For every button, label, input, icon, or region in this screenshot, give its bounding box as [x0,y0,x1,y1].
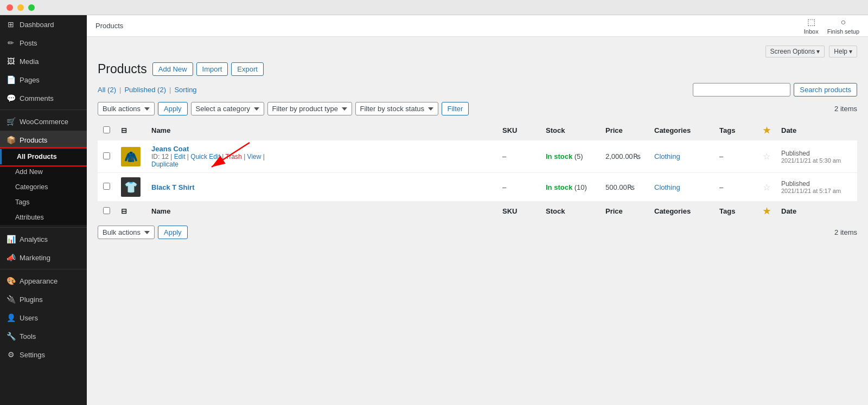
select-all-col [98,121,116,140]
sidebar-item-settings[interactable]: ⚙ Settings [0,345,87,364]
comments-icon: 💬 [7,94,15,102]
featured-star-2[interactable]: ☆ [763,183,770,192]
name-col-header: Name [146,121,497,140]
row-check-2 [98,173,116,202]
sidebar-item-comments[interactable]: 💬 Comments [0,89,87,107]
product-image-2: 👕 [121,177,141,197]
sorting-link[interactable]: Sorting [174,86,196,94]
stock-2: In stock (10) [540,173,600,202]
stock-1: In stock (5) [540,140,600,173]
add-new-button[interactable]: Add New [152,62,193,76]
in-stock-label-2: In stock [546,183,572,191]
tags-1: – [714,140,757,173]
search-products-button[interactable]: Search products [794,83,857,97]
stock-count-2: (10) [575,183,587,191]
category-2: Clothing [649,173,714,202]
table-container: ⊟ Name SKU Stock Price Categories Tags ★ [98,121,857,221]
appearance-icon: 🎨 [7,277,15,285]
minimize-button[interactable] [17,4,24,11]
close-button[interactable] [7,4,13,11]
sidebar-item-marketing[interactable]: 📣 Marketing [0,248,87,267]
settings-icon: ⚙ [7,350,15,359]
select-all-checkbox[interactable] [103,126,110,133]
sidebar-item-analytics[interactable]: 📊 Analytics [0,230,87,248]
stock-status-select[interactable]: Filter by stock status [355,102,438,115]
sidebar-item-appearance[interactable]: 🎨 Appearance [0,272,87,290]
screen-options-button[interactable]: Screen Options ▾ [765,46,825,57]
tags-col-header: Tags [714,121,757,140]
help-button[interactable]: Help ▾ [829,46,857,57]
sidebar-item-label: Appearance [20,277,58,285]
published-link[interactable]: Published (2) [124,86,166,94]
sidebar-subitem-add-new[interactable]: Add New [0,164,87,179]
bulk-actions-select-bottom[interactable]: Bulk actions [98,226,155,239]
quick-edit-link-1[interactable]: Quick Edit [190,153,220,160]
items-count-bottom: 2 items [834,228,857,236]
category-link-2[interactable]: Clothing [654,183,680,191]
featured-star-1[interactable]: ☆ [763,152,770,161]
sidebar-item-label: Settings [20,351,45,359]
category-link-1[interactable]: Clothing [654,152,680,160]
apply-button-top[interactable]: Apply [158,102,188,115]
duplicate-link-1[interactable]: Duplicate [151,160,178,168]
sidebar-item-label: Tools [20,332,36,340]
product-name-link-1[interactable]: Jeans Coat [151,145,189,153]
sidebar-item-woocommerce[interactable]: 🛒 WooCommerce [0,112,87,131]
sidebar-item-tools[interactable]: 🔧 Tools [0,327,87,345]
trash-link-1[interactable]: Trash [226,153,242,160]
search-products-input[interactable] [693,83,790,97]
image-header-icon: ⊟ [121,126,127,134]
woocommerce-icon: 🛒 [7,117,15,126]
sidebar-item-label: Media [20,57,39,66]
sidebar-item-plugins[interactable]: 🔌 Plugins [0,290,87,308]
featured-2: ☆ [757,173,776,202]
import-button[interactable]: Import [196,62,228,76]
view-link-1[interactable]: View [247,153,261,160]
row-checkbox-2[interactable] [103,183,110,190]
product-name-link-2[interactable]: Black T Shirt [151,183,194,191]
sidebar-item-media[interactable]: 🖼 Media [0,52,87,70]
apply-button-bottom[interactable]: Apply [158,226,188,239]
maximize-button[interactable] [28,4,35,11]
sidebar-subitem-attributes[interactable]: Attributes [0,210,87,225]
finish-setup-button[interactable]: ○ Finish setup [827,17,859,35]
sidebar-item-products[interactable]: 📦 Products [0,131,87,149]
products-table: ⊟ Name SKU Stock Price Categories Tags ★ [98,121,857,221]
footer-select-all-col [98,202,116,221]
sidebar-item-pages[interactable]: 📄 Pages [0,70,87,89]
row-checkbox-1[interactable] [103,152,110,159]
sidebar-item-dashboard[interactable]: ⊞ Dashboard [0,15,87,34]
top-bar-title: Products [95,22,123,30]
tags-label: Tags [15,198,29,206]
product-thumb-2: 👕 [116,173,146,202]
bulk-actions-select-top[interactable]: Bulk actions [98,102,155,115]
sidebar-subitem-all-products[interactable]: All Products [0,149,87,164]
export-button[interactable]: Export [231,62,264,76]
product-id-1: ID: 12 [151,153,169,160]
sku-col-header: SKU [497,121,540,140]
footer-featured-star: ★ [763,207,770,216]
product-image-1: 🧥 [121,147,141,166]
footer-select-all-checkbox[interactable] [103,207,110,214]
tags-2: – [714,173,757,202]
product-thumb-1: 🧥 [116,140,146,173]
edit-link-1[interactable]: Edit [174,153,186,160]
stock-count-1: (5) [575,152,583,160]
categories-col-header: Categories [649,121,714,140]
inbox-button[interactable]: ⬚ Inbox [804,17,819,35]
subheader-search: Search products [693,83,857,97]
filter-button[interactable]: Filter [442,102,469,115]
category-select[interactable]: Select a category [191,102,264,115]
bottom-bar: Bulk actions Apply 2 items [98,226,857,239]
sidebar-item-posts[interactable]: ✏ Posts [0,34,87,52]
sidebar-subitem-tags[interactable]: Tags [0,195,87,210]
sidebar-item-label: WooCommerce [20,118,68,126]
all-link[interactable]: All (2) [98,86,116,94]
product-name-cell-2: Black T Shirt [146,173,497,202]
finish-setup-label: Finish setup [827,28,859,35]
product-type-select[interactable]: Filter by product type [267,102,352,115]
sidebar-subitem-categories[interactable]: Categories [0,179,87,195]
products-icon: 📦 [7,136,15,144]
featured-1: ☆ [757,140,776,173]
sidebar-item-users[interactable]: 👤 Users [0,308,87,327]
